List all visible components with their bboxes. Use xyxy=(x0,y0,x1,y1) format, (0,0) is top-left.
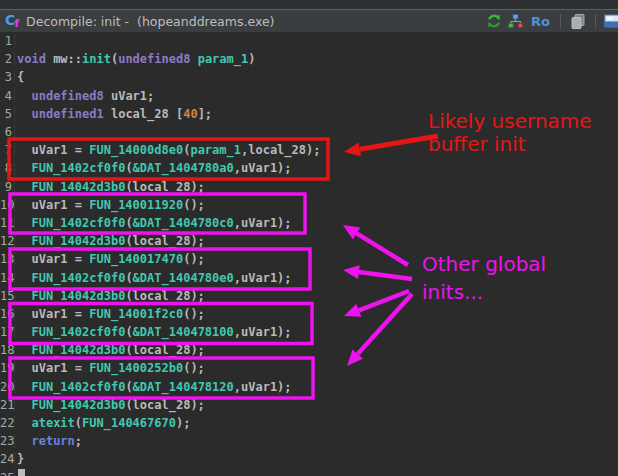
code-line[interactable]: 23 return; xyxy=(0,432,618,450)
code-text: { xyxy=(15,70,24,84)
code-text: FUN_14042d3b0(local_28); xyxy=(15,289,205,303)
graph-icon[interactable] xyxy=(507,13,524,29)
code-line[interactable]: 18 FUN_14042d3b0(local_28); xyxy=(0,341,618,359)
code-text: FUN_1402cf0f0(&DAT_1404780c0,uVar1); xyxy=(15,216,292,230)
panel-title: Decompile: init - (hopeanddreams.exe) xyxy=(26,14,274,29)
code-line[interactable]: 22 atexit(FUN_140467670); xyxy=(0,414,618,432)
line-number: 8 xyxy=(0,161,15,175)
titlebar-toolbar: Ro xyxy=(486,13,618,30)
code-line[interactable]: 3{ xyxy=(0,68,618,86)
decompile-panel-titlebar[interactable]: C f Decompile: init - (hopeanddreams.exe… xyxy=(0,9,618,32)
code-text: uVar1 = FUN_140017470(); xyxy=(15,252,205,266)
code-text: } xyxy=(15,452,24,466)
line-number: 7 xyxy=(0,143,15,157)
code-line[interactable]: 15 FUN_14042d3b0(local_28); xyxy=(0,287,618,305)
code-line[interactable]: 20 FUN_1402cf0f0(&DAT_140478120,uVar1); xyxy=(0,378,618,396)
toolbar-divider xyxy=(560,14,561,29)
code-line[interactable]: 24} xyxy=(0,450,618,468)
window-top-edge xyxy=(0,0,618,9)
refresh-icon[interactable] xyxy=(486,13,502,29)
line-number: 20 xyxy=(0,380,15,394)
code-text: return; xyxy=(15,434,82,448)
line-number: 24 xyxy=(0,452,15,466)
line-number: 21 xyxy=(0,398,15,412)
line-number: 25 xyxy=(0,471,15,476)
code-text: undefined1 local_28 [40]; xyxy=(15,107,212,121)
code-line[interactable]: 13 uVar1 = FUN_140017470(); xyxy=(0,250,618,268)
line-number: 3 xyxy=(0,70,15,84)
decompiler-code[interactable]: 12void mw::init(undefined8 param_1)3{4 u… xyxy=(0,32,618,476)
line-number: 17 xyxy=(0,325,15,339)
code-line[interactable]: 10 uVar1 = FUN_140011920(); xyxy=(0,196,618,214)
ro-button[interactable]: Ro xyxy=(529,14,552,29)
code-line[interactable]: 12 FUN_14042d3b0(local_28); xyxy=(0,232,618,250)
snapshot-icon[interactable] xyxy=(604,13,618,29)
code-text: FUN_14042d3b0(local_28); xyxy=(15,180,205,194)
line-number: 22 xyxy=(0,416,15,430)
code-line[interactable]: 1 xyxy=(0,32,618,50)
line-number: 13 xyxy=(0,252,15,266)
code-line[interactable]: 6 xyxy=(0,123,618,141)
code-line[interactable]: 11 FUN_1402cf0f0(&DAT_1404780c0,uVar1); xyxy=(0,214,618,232)
line-number: 1 xyxy=(0,34,15,48)
line-number: 18 xyxy=(0,343,15,357)
code-line[interactable]: 25 xyxy=(0,469,618,476)
toolbar-divider xyxy=(595,14,596,29)
code-line[interactable]: 19 uVar1 = FUN_1400252b0(); xyxy=(0,359,618,377)
code-text: FUN_1402cf0f0(&DAT_1404780e0,uVar1); xyxy=(15,271,292,285)
cf-icon-f: f xyxy=(14,17,19,30)
code-line[interactable]: 4 undefined8 uVar1; xyxy=(0,87,618,105)
code-text: FUN_14042d3b0(local_28); xyxy=(15,398,205,412)
code-text: uVar1 = FUN_1400252b0(); xyxy=(15,361,205,375)
code-line[interactable]: 17 FUN_1402cf0f0(&DAT_140478100,uVar1); xyxy=(0,323,618,341)
code-text: atexit(FUN_140467670); xyxy=(15,416,190,430)
text-caret xyxy=(18,469,25,476)
code-text: FUN_14042d3b0(local_28); xyxy=(15,343,205,357)
code-line[interactable]: 8 FUN_1402cf0f0(&DAT_1404780a0,uVar1); xyxy=(0,159,618,177)
code-text: uVar1 = FUN_140011920(); xyxy=(15,198,205,212)
code-text: FUN_1402cf0f0(&DAT_1404780a0,uVar1); xyxy=(15,161,292,175)
line-number: 23 xyxy=(0,434,15,448)
line-number: 12 xyxy=(0,234,15,248)
code-line[interactable]: 9 FUN_14042d3b0(local_28); xyxy=(0,178,618,196)
line-number: 15 xyxy=(0,289,15,303)
line-number: 2 xyxy=(0,52,15,66)
code-line[interactable]: 7 uVar1 = FUN_14000d8e0(param_1,local_28… xyxy=(0,141,618,159)
code-text: uVar1 = FUN_14001f2c0(); xyxy=(15,307,205,321)
line-number: 16 xyxy=(0,307,15,321)
line-number: 10 xyxy=(0,198,15,212)
code-text: FUN_14042d3b0(local_28); xyxy=(15,234,205,248)
copy-icon[interactable] xyxy=(569,13,587,30)
code-line[interactable]: 5 undefined1 local_28 [40]; xyxy=(0,105,618,123)
code-text: FUN_1402cf0f0(&DAT_140478100,uVar1); xyxy=(15,325,292,339)
line-number: 11 xyxy=(0,216,15,230)
code-text: void mw::init(undefined8 param_1) xyxy=(15,52,255,66)
code-text: FUN_1402cf0f0(&DAT_140478120,uVar1); xyxy=(15,380,292,394)
line-number: 19 xyxy=(0,361,15,375)
line-number: 14 xyxy=(0,271,15,285)
code-line[interactable]: 14 FUN_1402cf0f0(&DAT_1404780e0,uVar1); xyxy=(0,268,618,286)
code-text: uVar1 = FUN_14000d8e0(param_1,local_28); xyxy=(15,143,320,157)
code-line[interactable]: 16 uVar1 = FUN_14001f2c0(); xyxy=(0,305,618,323)
decompiler-cf-icon: C f xyxy=(5,12,19,30)
line-number: 4 xyxy=(0,89,15,103)
code-text: undefined8 uVar1; xyxy=(15,89,154,103)
line-number: 5 xyxy=(0,107,15,121)
line-number: 9 xyxy=(0,180,15,194)
line-number: 6 xyxy=(0,125,15,139)
code-line[interactable]: 2void mw::init(undefined8 param_1) xyxy=(0,50,618,68)
code-line[interactable]: 21 FUN_14042d3b0(local_28); xyxy=(0,396,618,414)
